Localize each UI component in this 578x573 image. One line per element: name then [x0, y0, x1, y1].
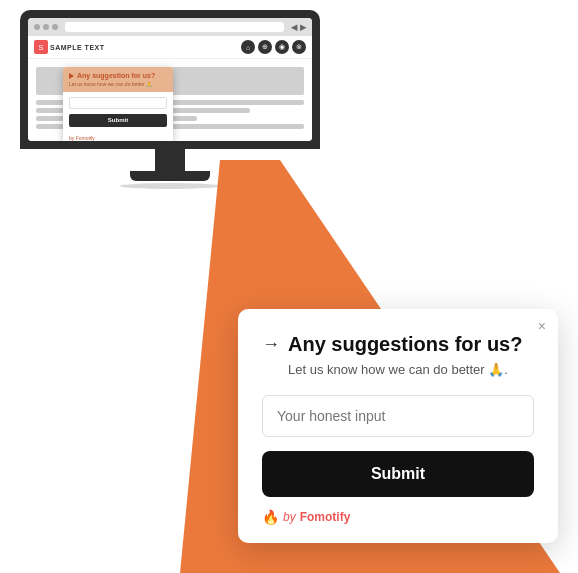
- branding-name: Fomotify: [300, 510, 351, 524]
- mini-popup-header: Any suggestion for us? Let us know how w…: [63, 67, 173, 92]
- site-logo: S SAMPLE TEXT: [34, 40, 105, 54]
- monitor-stand: [20, 149, 320, 189]
- stand-neck: [155, 149, 185, 171]
- nav-home-icon: ⌂: [241, 40, 255, 54]
- mini-popup-title-row: Any suggestion for us?: [69, 72, 167, 79]
- browser-forward-icon: ▶: [300, 23, 306, 32]
- browser-dot: [43, 24, 49, 30]
- logo-icon: S: [34, 40, 48, 54]
- mini-branding: by Fomotify: [63, 132, 173, 142]
- monitor-screen: ◀ ▶ S SAMPLE TEXT ⌂ ⊕ ◉ ⊗: [28, 18, 312, 141]
- branding-prefix: by: [283, 510, 296, 524]
- nav-cart-icon: ⊕: [258, 40, 272, 54]
- browser-dot: [34, 24, 40, 30]
- logo-text: SAMPLE TEXT: [50, 44, 105, 51]
- popup-title-row: → Any suggestions for us?: [262, 333, 534, 356]
- popup-branding: 🔥 by Fomotify: [262, 509, 534, 525]
- monitor-frame: ◀ ▶ S SAMPLE TEXT ⌂ ⊕ ◉ ⊗: [20, 10, 320, 149]
- nav-car-icon: ⊗: [292, 40, 306, 54]
- mini-arrow-icon: [69, 73, 74, 79]
- browser-back-icon: ◀: [291, 23, 297, 32]
- popup-title: Any suggestions for us?: [288, 333, 522, 356]
- fire-icon: 🔥: [262, 509, 279, 525]
- browser-address-bar: [65, 22, 284, 32]
- site-nav-icons: ⌂ ⊕ ◉ ⊗: [241, 40, 306, 54]
- mini-popup-title: Any suggestion for us?: [77, 72, 155, 79]
- mini-submit-button: Submit: [69, 114, 167, 127]
- browser-bar: ◀ ▶: [28, 18, 312, 36]
- submit-button[interactable]: Submit: [262, 451, 534, 497]
- stand-base: [130, 171, 210, 181]
- mini-submit-label: Submit: [108, 117, 128, 123]
- nav-tag-icon: ◉: [275, 40, 289, 54]
- close-button[interactable]: ×: [538, 319, 546, 333]
- mini-popup-subtitle: Let us know how we can do better 🙏: [69, 81, 167, 88]
- popup-subtitle: Let us know how we can do better 🙏.: [262, 362, 534, 377]
- browser-dot: [52, 24, 58, 30]
- site-header: S SAMPLE TEXT ⌂ ⊕ ◉ ⊗: [28, 36, 312, 59]
- main-popup: × → Any suggestions for us? Let us know …: [238, 309, 558, 543]
- suggestion-input[interactable]: [262, 395, 534, 437]
- stand-shadow: [120, 183, 220, 189]
- monitor-illustration: ◀ ▶ S SAMPLE TEXT ⌂ ⊕ ◉ ⊗: [20, 10, 340, 189]
- site-body: Any suggestion for us? Let us know how w…: [28, 59, 312, 141]
- popup-arrow-icon: →: [262, 334, 280, 355]
- mini-input: [69, 97, 167, 109]
- mini-popup: Any suggestion for us? Let us know how w…: [63, 67, 173, 141]
- mini-popup-body: Submit: [63, 92, 173, 132]
